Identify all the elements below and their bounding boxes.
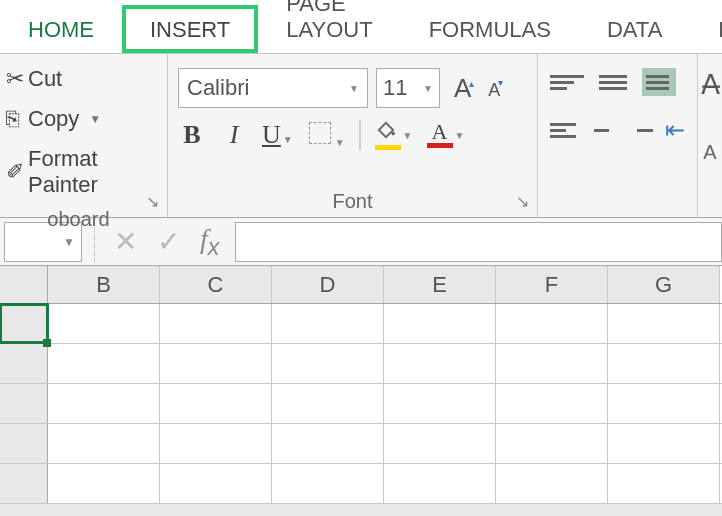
fill-color-button[interactable]: ▼	[375, 121, 413, 150]
select-all-corner[interactable]	[0, 266, 48, 303]
col-header[interactable]: D	[272, 266, 384, 303]
row-header[interactable]	[0, 464, 48, 503]
cell[interactable]	[48, 344, 160, 383]
align-right-button[interactable]	[627, 116, 653, 144]
tab-formulas[interactable]: FORMULAS	[401, 5, 579, 53]
col-header[interactable]: F	[496, 266, 608, 303]
border-icon	[307, 120, 333, 146]
cell[interactable]	[160, 344, 272, 383]
align-top-button[interactable]	[550, 68, 584, 96]
grid-row	[0, 384, 722, 424]
cell[interactable]	[272, 424, 384, 463]
format-painter-button[interactable]: ✐ Format Painter	[0, 142, 157, 202]
cell[interactable]	[48, 424, 160, 463]
chevron-down-icon: ▼	[455, 130, 465, 141]
align-left-button[interactable]	[550, 116, 576, 144]
col-header[interactable]: G	[608, 266, 720, 303]
tab-insert[interactable]: INSERT	[122, 5, 258, 53]
cell[interactable]	[272, 464, 384, 503]
cell[interactable]	[496, 464, 608, 503]
dialog-launcher-icon[interactable]: ↘	[516, 192, 529, 211]
tab-page-layout[interactable]: PAGE LAYOUT	[258, 0, 400, 53]
dialog-launcher-icon[interactable]: ↘	[146, 192, 159, 211]
shrink-font-button[interactable]: A▾	[488, 74, 505, 102]
grid-row	[0, 344, 722, 384]
col-header[interactable]: C	[160, 266, 272, 303]
align-bottom-button[interactable]	[642, 68, 676, 96]
group-edge-partial: A̶ A	[698, 54, 722, 217]
cell[interactable]	[160, 384, 272, 423]
cell[interactable]	[160, 304, 272, 343]
copy-icon: ⎘	[6, 106, 22, 132]
borders-button[interactable]: ▼	[307, 120, 345, 150]
formula-input[interactable]	[235, 222, 722, 262]
col-header[interactable]: E	[384, 266, 496, 303]
font-size-combo[interactable]: 11 ▼	[376, 68, 440, 108]
cell[interactable]	[608, 344, 720, 383]
cell[interactable]	[272, 344, 384, 383]
tab-home[interactable]: HOME	[0, 5, 122, 53]
cell[interactable]	[384, 384, 496, 423]
cell[interactable]	[384, 344, 496, 383]
cell[interactable]	[48, 384, 160, 423]
cell[interactable]	[608, 304, 720, 343]
bucket-icon	[375, 121, 397, 139]
chevron-down-icon: ▼	[349, 83, 359, 94]
font-color-button[interactable]: A ▼	[427, 123, 465, 148]
insert-function-button[interactable]: fx	[200, 223, 219, 261]
cell[interactable]	[384, 424, 496, 463]
cell[interactable]	[608, 384, 720, 423]
cell[interactable]	[496, 344, 608, 383]
cell[interactable]	[496, 384, 608, 423]
font-name-combo[interactable]: Calibri ▼	[178, 68, 368, 108]
cell[interactable]	[48, 464, 160, 503]
underline-button[interactable]: U▼	[262, 120, 293, 150]
cell[interactable]	[496, 424, 608, 463]
row-header[interactable]	[0, 424, 48, 463]
chevron-down-icon: ▼	[283, 134, 293, 145]
copy-button[interactable]: ⎘ Copy ▼	[0, 102, 157, 136]
chevron-down-icon: ▼	[63, 235, 75, 249]
chevron-down-icon: ▼	[403, 130, 413, 141]
chevron-down-icon: ▼	[335, 137, 345, 148]
cut-label: Cut	[28, 66, 62, 92]
selected-cell[interactable]	[0, 304, 48, 343]
cut-button[interactable]: ✂ Cut	[0, 62, 157, 96]
decrease-indent-button[interactable]: ⇤	[665, 116, 685, 144]
row-header[interactable]	[0, 344, 48, 383]
grid-row	[0, 304, 722, 344]
accept-formula-button[interactable]: ✓	[157, 225, 180, 258]
cell[interactable]	[608, 464, 720, 503]
format-painter-label: Format Painter	[28, 146, 151, 198]
tab-review-partial[interactable]: R	[690, 5, 722, 53]
font-name-value: Calibri	[187, 75, 249, 101]
cell[interactable]	[272, 304, 384, 343]
cell[interactable]	[496, 304, 608, 343]
align-center-button[interactable]	[588, 116, 614, 144]
group-font: Calibri ▼ 11 ▼ A▴ A▾ B I U▼ ▼ ▼	[168, 54, 538, 217]
paintbrush-icon: ✐	[6, 159, 22, 185]
clear-format-button[interactable]: A̶	[701, 68, 720, 101]
cell[interactable]	[384, 464, 496, 503]
cell[interactable]	[48, 304, 160, 343]
svg-point-0	[391, 131, 395, 135]
col-header[interactable]: B	[48, 266, 160, 303]
row-header[interactable]	[0, 384, 48, 423]
align-middle-button[interactable]	[596, 68, 630, 96]
cell[interactable]	[272, 384, 384, 423]
copy-label: Copy	[28, 106, 79, 132]
tab-data[interactable]: DATA	[579, 5, 690, 53]
chevron-down-icon: ▼	[89, 112, 101, 126]
cell[interactable]	[608, 424, 720, 463]
grow-font-button[interactable]: A▴	[454, 73, 476, 104]
group-alignment: ⇤	[538, 54, 698, 217]
cell[interactable]	[160, 464, 272, 503]
italic-button[interactable]: I	[220, 120, 248, 150]
cell[interactable]	[384, 304, 496, 343]
group-clipboard: ✂ Cut ⎘ Copy ▼ ✐ Format Painter oboard ↘	[0, 54, 168, 217]
cell[interactable]	[160, 424, 272, 463]
scissors-icon: ✂	[6, 66, 22, 92]
grid-row	[0, 424, 722, 464]
up-caret-icon: ▴	[469, 78, 474, 89]
bold-button[interactable]: B	[178, 120, 206, 150]
